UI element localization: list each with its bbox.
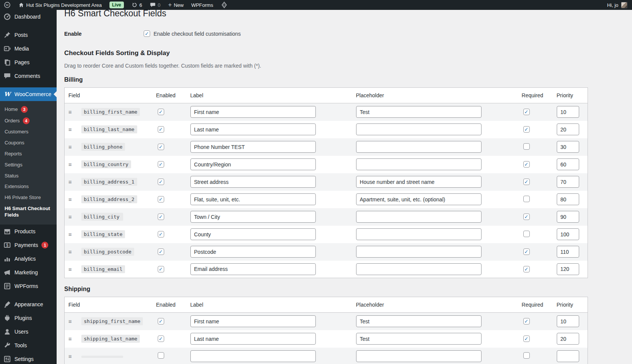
priority-input[interactable] bbox=[557, 246, 579, 258]
drag-handle-icon[interactable]: ≡ bbox=[68, 126, 74, 133]
updates-link[interactable]: 6 bbox=[128, 0, 146, 10]
enabled-checkbox[interactable]: ✓ bbox=[158, 144, 164, 150]
label-input[interactable] bbox=[190, 123, 316, 135]
required-checkbox[interactable]: ✓ bbox=[523, 126, 530, 133]
label-input[interactable] bbox=[190, 193, 316, 205]
label-input[interactable] bbox=[190, 211, 316, 223]
priority-input[interactable] bbox=[557, 123, 579, 135]
placeholder-input[interactable] bbox=[356, 106, 482, 118]
required-checkbox[interactable] bbox=[523, 143, 530, 150]
enabled-checkbox[interactable]: ✓ bbox=[158, 318, 164, 324]
required-checkbox[interactable]: ✓ bbox=[523, 266, 530, 272]
priority-input[interactable] bbox=[557, 350, 579, 362]
enabled-checkbox[interactable]: ✓ bbox=[158, 126, 164, 133]
label-input[interactable] bbox=[190, 333, 316, 345]
sidebar-item-posts[interactable]: Posts bbox=[0, 28, 57, 42]
sidebar-item-media[interactable]: Media bbox=[0, 42, 57, 55]
sidebar-item-pages[interactable]: Pages bbox=[0, 55, 57, 69]
sidebar-item-plugins[interactable]: Plugins bbox=[0, 311, 57, 325]
label-input[interactable] bbox=[190, 228, 316, 240]
sidebar-item-payments[interactable]: $Payments1 bbox=[0, 238, 57, 252]
placeholder-input[interactable] bbox=[356, 315, 482, 327]
label-input[interactable] bbox=[190, 158, 316, 170]
drag-handle-icon[interactable]: ≡ bbox=[68, 179, 74, 185]
required-checkbox[interactable]: ✓ bbox=[523, 336, 530, 342]
enabled-checkbox[interactable]: ✓ bbox=[158, 179, 164, 185]
gem-plugin-menu[interactable] bbox=[217, 0, 231, 10]
required-checkbox[interactable]: ✓ bbox=[523, 318, 530, 324]
priority-input[interactable] bbox=[557, 106, 579, 118]
submenu-item-reports[interactable]: Reports bbox=[0, 149, 57, 160]
drag-handle-icon[interactable]: ≡ bbox=[68, 318, 74, 324]
drag-handle-icon[interactable]: ≡ bbox=[68, 266, 74, 272]
enabled-checkbox[interactable]: ✓ bbox=[158, 231, 164, 237]
enabled-checkbox[interactable]: ✓ bbox=[158, 161, 164, 168]
enabled-checkbox[interactable]: ✓ bbox=[158, 336, 164, 342]
enabled-checkbox[interactable]: ✓ bbox=[158, 248, 164, 255]
submenu-item-coupons[interactable]: Coupons bbox=[0, 138, 57, 149]
placeholder-input[interactable] bbox=[356, 228, 482, 240]
placeholder-input[interactable] bbox=[356, 246, 482, 258]
submenu-item-orders[interactable]: Orders4 bbox=[0, 115, 57, 127]
submenu-item-status[interactable]: Status bbox=[0, 171, 57, 182]
priority-input[interactable] bbox=[557, 158, 579, 170]
priority-input[interactable] bbox=[557, 176, 579, 188]
placeholder-input[interactable] bbox=[356, 193, 482, 205]
sidebar-item-marketing[interactable]: Marketing bbox=[0, 266, 57, 279]
placeholder-input[interactable] bbox=[356, 158, 482, 170]
label-input[interactable] bbox=[190, 106, 316, 118]
submenu-item-settings[interactable]: Settings bbox=[0, 160, 57, 171]
sidebar-item-appearance[interactable]: Appearance bbox=[0, 298, 57, 311]
drag-handle-icon[interactable]: ≡ bbox=[68, 161, 74, 168]
wpforms-adminbar-menu[interactable]: WPForms bbox=[187, 0, 217, 10]
new-content-menu[interactable]: + New bbox=[164, 0, 187, 10]
sidebar-item-users[interactable]: Users bbox=[0, 325, 57, 339]
priority-input[interactable] bbox=[557, 141, 579, 153]
sidebar-item-settings[interactable]: Settings bbox=[0, 352, 57, 364]
required-checkbox[interactable]: ✓ bbox=[523, 214, 530, 220]
drag-handle-icon[interactable]: ≡ bbox=[68, 248, 74, 255]
label-input[interactable] bbox=[190, 141, 316, 153]
enabled-checkbox[interactable] bbox=[158, 352, 164, 359]
drag-handle-icon[interactable]: ≡ bbox=[68, 196, 74, 203]
required-checkbox[interactable]: ✓ bbox=[523, 109, 530, 115]
sidebar-item-wpforms[interactable]: WPForms bbox=[0, 279, 57, 293]
sidebar-item-products[interactable]: Products bbox=[0, 225, 57, 238]
drag-handle-icon[interactable]: ≡ bbox=[68, 144, 74, 150]
drag-handle-icon[interactable]: ≡ bbox=[68, 353, 74, 359]
placeholder-input[interactable] bbox=[356, 350, 482, 362]
enabled-checkbox[interactable]: ✓ bbox=[158, 196, 164, 203]
placeholder-input[interactable] bbox=[356, 211, 482, 223]
drag-handle-icon[interactable]: ≡ bbox=[68, 109, 74, 115]
priority-input[interactable] bbox=[557, 333, 579, 345]
account-greeting[interactable]: Hi, jo bbox=[607, 2, 618, 8]
placeholder-input[interactable] bbox=[356, 333, 482, 345]
label-input[interactable] bbox=[190, 246, 316, 258]
submenu-item-h6-private-store[interactable]: H6 Private Store bbox=[0, 192, 57, 203]
comments-link[interactable]: 0 bbox=[146, 0, 164, 10]
priority-input[interactable] bbox=[557, 228, 579, 240]
drag-handle-icon[interactable]: ≡ bbox=[68, 336, 74, 342]
enable-checkbox[interactable]: ✓ bbox=[144, 30, 150, 37]
placeholder-input[interactable] bbox=[356, 176, 482, 188]
label-input[interactable] bbox=[190, 350, 316, 362]
sidebar-item-dashboard[interactable]: Dashboard bbox=[0, 10, 57, 24]
required-checkbox[interactable]: ✓ bbox=[523, 248, 530, 255]
submenu-item-extensions[interactable]: Extensions bbox=[0, 181, 57, 192]
label-input[interactable] bbox=[190, 315, 316, 327]
drag-handle-icon[interactable]: ≡ bbox=[68, 214, 74, 220]
submenu-item-h6-smart-checkout-fields[interactable]: H6 Smart Checkout Fields bbox=[0, 203, 57, 221]
priority-input[interactable] bbox=[557, 193, 579, 205]
wordpress-menu[interactable]: W bbox=[0, 0, 14, 10]
enabled-checkbox[interactable]: ✓ bbox=[158, 266, 164, 272]
sidebar-item-analytics[interactable]: Analytics bbox=[0, 252, 57, 266]
site-name-link[interactable]: Hut Six Plugins Development Area bbox=[14, 0, 106, 10]
sidebar-item-tools[interactable]: Tools bbox=[0, 339, 57, 352]
required-checkbox[interactable] bbox=[523, 352, 530, 359]
required-checkbox[interactable] bbox=[523, 196, 530, 202]
required-checkbox[interactable]: ✓ bbox=[523, 179, 530, 185]
label-input[interactable] bbox=[190, 263, 316, 275]
sidebar-item-woocommerce[interactable]: WWooCommerce bbox=[0, 87, 57, 101]
enabled-checkbox[interactable]: ✓ bbox=[158, 214, 164, 220]
priority-input[interactable] bbox=[557, 315, 579, 327]
